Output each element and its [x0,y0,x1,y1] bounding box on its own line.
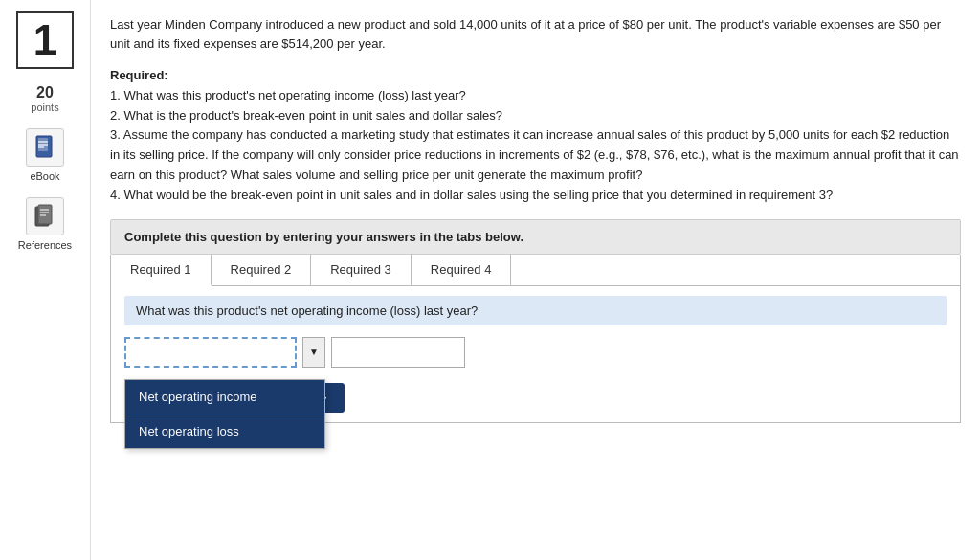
references-icon [26,197,64,235]
input-row: Net operating income Net operating loss … [124,337,947,368]
sidebar: 1 20 points eBook [0,0,91,560]
required-item-3: 3. Assume the company has conducted a ma… [110,125,961,185]
svg-rect-6 [38,205,52,224]
tab-required3[interactable]: Required 3 [311,255,412,285]
points-section: 20 points [31,84,58,113]
tabs-container: Required 1 Required 2 Required 3 Require… [110,255,961,423]
tab-content: What was this product's net operating in… [111,286,960,422]
ebook-label: eBook [30,170,59,182]
tabs-row: Required 1 Required 2 Required 3 Require… [111,255,960,286]
main-content: Last year Minden Company introduced a ne… [91,0,980,560]
tab-required2[interactable]: Required 2 [212,255,312,285]
ebook-button[interactable]: eBook [26,128,64,182]
tab-required4[interactable]: Required 4 [412,255,512,285]
points-value: 20 [31,84,58,101]
required-heading: Required: [110,68,168,82]
instruction-box: Complete this question by entering your … [110,219,961,255]
points-label: points [31,101,58,113]
required-item-4: 4. What would be the break-even point in… [110,186,961,206]
problem-number: 1 [16,11,74,69]
references-label: References [18,239,72,251]
tab-required1[interactable]: Required 1 [111,255,212,286]
dropdown-arrow-btn[interactable]: ▼ [302,337,325,368]
dropdown-option-loss[interactable]: Net operating loss [125,414,324,448]
required-item-2: 2. What is the product's break-even poin… [110,106,961,126]
required-section: Required: 1. What was this product's net… [110,66,961,206]
dropdown-popup: Net operating income Net operating loss [124,379,325,449]
references-button[interactable]: References [18,197,72,251]
dropdown-option-income[interactable]: Net operating income [125,380,324,414]
dropdown-group: Net operating income Net operating loss [124,337,297,368]
question-bar: What was this product's net operating in… [124,296,947,325]
problem-text: Last year Minden Company introduced a ne… [110,15,961,53]
required-item-1: 1. What was this product's net operating… [110,86,961,106]
dropdown-field[interactable] [124,337,297,368]
amount-input[interactable] [331,337,465,368]
ebook-icon [26,128,64,167]
